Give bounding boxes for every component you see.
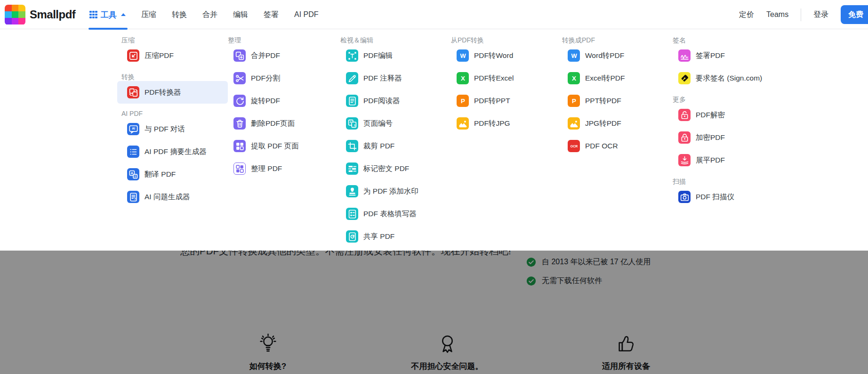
menu-item-redact-pdf[interactable]: 标记密文 PDF <box>336 157 447 180</box>
login-link[interactable]: 登录 <box>813 10 828 20</box>
ocr-icon: OCR <box>568 140 580 152</box>
menu-item-label: 标记密文 PDF <box>363 164 409 174</box>
menu-item-pdf-form-filler[interactable]: PDF 表格填写器 <box>336 203 447 225</box>
tools-mega-menu: 压缩压缩PDF转换PDF转换器AI PDFAI与 PDF 对话AI PDF 摘要… <box>0 29 868 251</box>
menu-item-label: 签署PDF <box>696 51 725 61</box>
menu-item-label: PDF 扫描仪 <box>696 192 734 202</box>
menu-item-watermark-pdf[interactable]: 为 PDF 添加水印 <box>336 180 447 203</box>
unlock-icon <box>678 109 691 121</box>
menu-item-ppt-to-pdf[interactable]: PPPT转PDF <box>558 89 668 112</box>
menu-item-sign-pdf[interactable]: 签署PDF <box>668 44 779 67</box>
rotate-icon <box>233 95 246 107</box>
menu-item-crop-pdf[interactable]: 裁剪 PDF <box>336 135 447 157</box>
svg-text:W: W <box>460 52 466 59</box>
menu-item-label: PDF转PPT <box>474 96 510 106</box>
menu-section-title: 转换成PDF <box>562 36 668 44</box>
divider <box>801 8 801 21</box>
smallpdf-logo[interactable]: Smallpdf <box>5 0 75 29</box>
menu-item-edit-pdf[interactable]: PDF编辑 <box>336 44 447 67</box>
menu-item-label: PDF编辑 <box>363 51 393 61</box>
menu-item-split-pdf[interactable]: PDF分割 <box>224 67 334 89</box>
menu-item-extract-pdf-pages[interactable]: 提取 PDF 页面 <box>224 135 334 157</box>
svg-text:P: P <box>461 98 465 105</box>
menu-item-translate-pdf[interactable]: A文翻译 PDF <box>117 163 228 186</box>
menu-item-label: JPG转PDF <box>585 119 621 129</box>
ai-chat-icon: AI <box>127 123 139 135</box>
organize-icon <box>233 163 246 175</box>
menu-column: 签名签署PDF要求签名 (Sign.com)更多PDF解密加密PDF展平PDF扫… <box>668 29 779 208</box>
form-filler-icon <box>346 208 358 220</box>
menu-item-pdf-converter[interactable]: PDF转换器 <box>117 81 228 104</box>
menu-column: 压缩压缩PDF转换PDF转换器AI PDFAI与 PDF 对话AI PDF 摘要… <box>117 29 228 208</box>
menu-item-label: 与 PDF 对话 <box>145 124 185 134</box>
menu-item-excel-to-pdf[interactable]: XExcel转PDF <box>558 67 668 89</box>
nav-tab-sign[interactable]: 签署 <box>264 10 279 20</box>
menu-item-flatten-pdf[interactable]: 展平PDF <box>668 149 779 171</box>
svg-text:文: 文 <box>134 174 137 178</box>
menu-item-pdf-to-jpg[interactable]: PDF转JPG <box>447 112 557 135</box>
word-icon: W <box>568 49 580 62</box>
menu-item-pdf-reader[interactable]: PDF阅读器 <box>336 89 447 112</box>
menu-item-pdf-annotator[interactable]: PDF 注释器 <box>336 67 447 89</box>
menu-item-label: 旋转PDF <box>251 96 280 106</box>
menu-item-pdf-scanner[interactable]: PDF 扫描仪 <box>668 186 779 208</box>
menu-item-request-signature[interactable]: 要求签名 (Sign.com) <box>668 67 779 89</box>
nav-tab-merge[interactable]: 合并 <box>202 10 217 20</box>
top-navbar: Smallpdf 工具压缩转换合并编辑签署AI PDF 定价 Teams 登录 … <box>0 0 868 29</box>
menu-item-organize-pdf[interactable]: 整理 PDF <box>224 157 334 180</box>
converter-icon <box>127 86 139 98</box>
nav-tab-tools[interactable]: 工具 <box>89 9 126 20</box>
menu-item-pdf-to-excel[interactable]: XPDF转Excel <box>447 67 557 89</box>
menu-item-label: 要求签名 (Sign.com) <box>696 73 762 83</box>
svg-text:1: 1 <box>354 123 355 127</box>
menu-item-label: PDF 表格填写器 <box>363 209 417 219</box>
svg-text:X: X <box>461 75 465 82</box>
compress-icon <box>127 49 139 62</box>
page-number-icon: 21 <box>346 117 358 130</box>
crop-icon <box>346 140 358 152</box>
menu-item-ai-question-generator[interactable]: ?AI 问题生成器 <box>117 186 228 208</box>
menu-item-label: 页面编号 <box>363 119 393 129</box>
menu-item-label: PDF转换器 <box>145 88 181 98</box>
nav-tab-edit[interactable]: 编辑 <box>233 10 248 20</box>
menu-item-label: PDF OCR <box>585 142 618 150</box>
menu-item-label: 翻译 PDF <box>145 170 176 179</box>
menu-item-protect-pdf[interactable]: 加密PDF <box>668 126 779 149</box>
menu-item-rotate-pdf[interactable]: 旋转PDF <box>224 89 334 112</box>
menu-section-title: 压缩 <box>121 36 228 44</box>
chevron-up-icon <box>121 13 126 16</box>
menu-item-page-numbering[interactable]: 21页面编号 <box>336 112 447 135</box>
menu-column: 从PDF转换WPDF转WordXPDF转ExcelPPDF转PPTPDF转JPG <box>447 29 557 135</box>
menu-item-jpg-to-pdf[interactable]: JPG转PDF <box>558 112 668 135</box>
header-right: 定价 Teams 登录 免费 <box>739 0 868 29</box>
nav-tab-convert[interactable]: 转换 <box>172 10 187 20</box>
nav-teams[interactable]: Teams <box>766 10 788 19</box>
menu-item-label: Word转PDF <box>585 51 624 61</box>
menu-item-pdf-to-ppt[interactable]: PPDF转PPT <box>447 89 557 112</box>
menu-item-unlock-pdf[interactable]: PDF解密 <box>668 104 779 126</box>
menu-item-compress-pdf[interactable]: 压缩PDF <box>117 44 228 67</box>
menu-item-chat-with-pdf[interactable]: AI与 PDF 对话 <box>117 118 228 140</box>
menu-item-merge-pdf[interactable]: 合并PDF <box>224 44 334 67</box>
menu-section-title: 整理 <box>228 36 334 44</box>
excel-icon: X <box>457 72 469 84</box>
nav-tab-compress[interactable]: 压缩 <box>141 10 156 20</box>
excel-icon: X <box>568 72 580 84</box>
nav-pricing[interactable]: 定价 <box>739 10 754 20</box>
free-trial-button[interactable]: 免费 <box>841 5 868 24</box>
menu-item-label: PDF分割 <box>251 73 280 83</box>
ppt-icon: P <box>568 95 580 107</box>
sign-icon <box>678 49 691 62</box>
menu-item-label: 展平PDF <box>696 155 725 165</box>
menu-item-ai-pdf-summarizer[interactable]: AI PDF 摘要生成器 <box>117 140 228 163</box>
menu-item-delete-pdf-pages[interactable]: 删除PDF页面 <box>224 112 334 135</box>
menu-section-title: 转换 <box>121 73 228 81</box>
menu-item-pdf-ocr[interactable]: OCRPDF OCR <box>558 135 668 157</box>
menu-item-pdf-to-word[interactable]: WPDF转Word <box>447 44 557 67</box>
menu-item-word-to-pdf[interactable]: WWord转PDF <box>558 44 668 67</box>
nav-tab-ai-pdf[interactable]: AI PDF <box>294 10 319 19</box>
svg-text:2: 2 <box>349 120 351 123</box>
menu-item-label: PDF转Word <box>474 51 513 61</box>
menu-column: 整理合并PDFPDF分割旋转PDF删除PDF页面提取 PDF 页面整理 PDF <box>224 29 334 180</box>
menu-item-share-pdf[interactable]: 共享 PDF <box>336 225 447 248</box>
